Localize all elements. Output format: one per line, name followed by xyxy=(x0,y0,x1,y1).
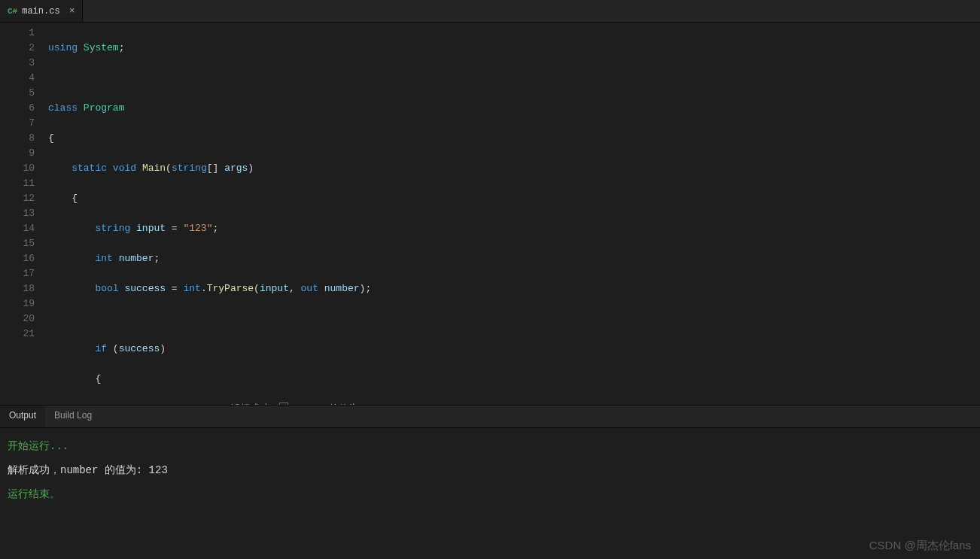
output-line: 运行结束。 xyxy=(8,484,972,505)
output-line: 开始运行... xyxy=(8,436,972,457)
output-content: 开始运行... 解析成功，number 的值为: 123 运行结束。 xyxy=(0,428,980,559)
tab-build-log[interactable]: Build Log xyxy=(45,406,101,427)
file-tab[interactable]: C# main.cs × xyxy=(0,0,83,22)
csharp-icon: C# xyxy=(8,7,17,16)
output-panel: Output Build Log 开始运行... 解析成功，number 的值为… xyxy=(0,405,980,559)
tab-bar: C# main.cs × xyxy=(0,0,980,23)
watermark: CSDN @周杰伦fans xyxy=(869,539,971,553)
line-gutter: 123456789101112131415161718192021 xyxy=(0,23,48,405)
panel-tab-bar: Output Build Log xyxy=(0,406,980,428)
tab-filename: main.cs xyxy=(22,6,59,17)
code-editor[interactable]: 123456789101112131415161718192021 using … xyxy=(0,23,980,405)
close-icon[interactable]: × xyxy=(69,5,75,17)
code-area[interactable]: using System; class Program { static voi… xyxy=(48,23,980,405)
output-line: 解析成功，number 的值为: 123 xyxy=(8,460,972,481)
tab-output[interactable]: Output xyxy=(0,406,45,427)
